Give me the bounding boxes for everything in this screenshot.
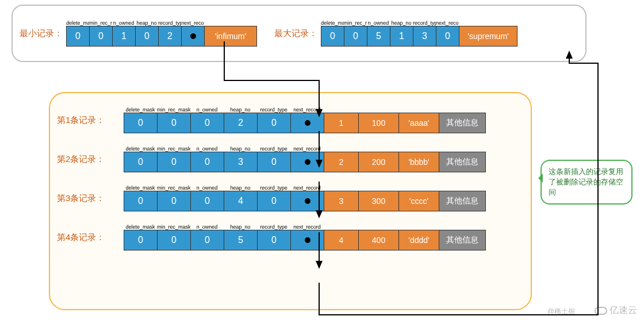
record-field-labels: delete_maskmin_rec_maskn_ownedheap_norec… (124, 146, 486, 152)
header-cell: 0 (258, 152, 291, 172)
header-cell: 0 (258, 230, 291, 250)
callout-note: 这条新插入的记录复用了被删除记录的存储空间 (540, 160, 632, 205)
record-label: 第1条记录： (57, 115, 120, 126)
field-label: min_rec_mask (157, 146, 190, 152)
record-row: 第3条记录：delete_maskmin_rec_maskn_ownedheap… (57, 185, 524, 211)
next-record-dot (190, 33, 196, 39)
header-cell: 5 (224, 230, 258, 250)
header-cell: 0 (158, 191, 191, 211)
record-cells: 000403300'cccc'其他信息 (124, 191, 486, 211)
field-label: next_record (290, 224, 324, 230)
field-label: record_type (257, 185, 290, 191)
system-records-box: 最小记录： delete_maskmin_rec_maskn_ownedheap… (12, 5, 586, 62)
body-cell: 'aaaa' (399, 113, 439, 133)
header-cell: 0 (158, 152, 191, 172)
field-label: min_rec_mask (157, 224, 190, 230)
field-label: delete_mask (124, 224, 157, 230)
body-cell: 'supremum' (459, 26, 517, 46)
field-label: record_type (257, 224, 290, 230)
body-cell: 其他信息 (439, 152, 485, 172)
body-cell: 1 (324, 113, 359, 133)
field-label: min_rec_mask (89, 20, 112, 26)
min-record-label: 最小记录： (20, 28, 63, 39)
max-record-table: delete_maskmin_rec_maskn_ownedheap_norec… (321, 20, 518, 47)
header-cell: 3 (413, 26, 436, 46)
field-label: n_owned (367, 20, 390, 26)
field-label: next_record (436, 20, 459, 26)
field-label: heap_no (135, 20, 158, 26)
record-field-labels: delete_maskmin_rec_maskn_ownedheap_norec… (124, 224, 486, 230)
header-cell: 0 (191, 152, 224, 172)
body-cell: 300 (359, 191, 399, 211)
max-record-block: 最大记录： delete_maskmin_rec_maskn_ownedheap… (274, 20, 518, 47)
body-cell: 其他信息 (439, 113, 485, 133)
header-cell: 0 (124, 191, 158, 211)
min-record-table: delete_maskmin_rec_maskn_ownedheap_norec… (66, 20, 257, 47)
header-cell: 4 (224, 191, 258, 211)
field-label: next_record (290, 146, 324, 152)
min-record-cells: 00102'infimum' (66, 26, 257, 47)
watermark-yisu: 亿速云 (595, 304, 637, 317)
record-cells: 000504400'dddd'其他信息 (124, 230, 486, 250)
next-record-dot (305, 198, 310, 204)
header-cell: 0 (158, 113, 191, 133)
field-label: heap_no (224, 146, 257, 152)
next-record-dot (305, 237, 310, 243)
max-record-cells: 005130'supremum' (321, 26, 518, 47)
record-label: 第4条记录： (57, 232, 120, 243)
field-label: next_record (181, 20, 204, 26)
header-cell: 0 (124, 113, 158, 133)
field-label: delete_mask (66, 20, 89, 26)
field-label: next_record (290, 107, 324, 113)
header-cell: 0 (344, 26, 367, 46)
field-label: min_rec_mask (344, 20, 367, 26)
body-cell: 'infimum' (205, 26, 256, 46)
record-cells: 000302200'bbbb'其他信息 (124, 152, 486, 172)
record-cells: 000201100'aaaa'其他信息 (124, 113, 486, 133)
header-cell (291, 113, 324, 133)
header-cell: 5 (367, 26, 390, 46)
field-label: heap_no (390, 20, 413, 26)
header-cell (291, 152, 324, 172)
field-label: delete_mask (321, 20, 344, 26)
user-records-box: 第1条记录：delete_maskmin_rec_maskn_ownedheap… (49, 92, 532, 310)
watermark-juejin: @稀土掘 (547, 307, 575, 317)
header-cell: 0 (191, 113, 224, 133)
record-field-labels: delete_maskmin_rec_maskn_ownedheap_norec… (124, 185, 486, 191)
body-cell: 2 (324, 152, 359, 172)
field-label: heap_no (224, 185, 257, 191)
header-cell: 0 (124, 152, 158, 172)
record-label: 第3条记录： (57, 193, 120, 204)
record-field-labels: delete_maskmin_rec_maskn_ownedheap_norec… (124, 107, 486, 113)
header-cell: 0 (258, 113, 291, 133)
max-record-field-labels: delete_maskmin_rec_maskn_ownedheap_norec… (321, 20, 518, 26)
header-cell: 0 (191, 230, 224, 250)
min-record-field-labels: delete_maskmin_rec_maskn_ownedheap_norec… (66, 20, 257, 26)
field-label: record_type (257, 107, 290, 113)
body-cell: 'cccc' (399, 191, 439, 211)
header-cell: 0 (158, 230, 191, 250)
next-record-dot (305, 159, 310, 165)
header-cell: 0 (124, 230, 158, 250)
field-label: n_owned (190, 107, 224, 113)
cloud-icon (595, 307, 607, 315)
record-row: 第2条记录：delete_maskmin_rec_maskn_ownedheap… (57, 146, 524, 172)
body-cell: 其他信息 (439, 230, 485, 250)
header-cell: 2 (159, 26, 182, 46)
field-label: n_owned (190, 185, 224, 191)
header-cell: 0 (321, 26, 344, 46)
body-cell: 'dddd' (399, 230, 439, 250)
field-label: n_owned (112, 20, 135, 26)
header-cell: 0 (191, 191, 224, 211)
header-cell: 1 (113, 26, 136, 46)
body-cell: 其他信息 (439, 191, 485, 211)
field-label: n_owned (190, 146, 224, 152)
record-row: 第4条记录：delete_maskmin_rec_maskn_ownedheap… (57, 224, 524, 250)
field-label: delete_mask (124, 146, 157, 152)
field-label: delete_mask (124, 185, 157, 191)
header-cell (291, 191, 324, 211)
header-cell: 0 (258, 191, 291, 211)
field-label: heap_no (224, 224, 257, 230)
min-record-block: 最小记录： delete_maskmin_rec_maskn_ownedheap… (20, 20, 257, 47)
body-cell: 'bbbb' (399, 152, 439, 172)
